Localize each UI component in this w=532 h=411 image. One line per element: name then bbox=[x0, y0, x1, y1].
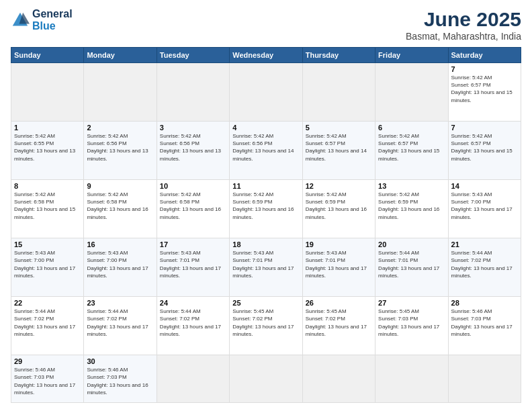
day-21: 21 Sunrise: 5:44 AMSunset: 7:02 PMDaylig… bbox=[448, 238, 521, 297]
header: General Blue June 2025 Basmat, Maharasht… bbox=[11, 8, 521, 42]
empty-cell bbox=[157, 63, 229, 122]
empty-cell bbox=[11, 63, 84, 122]
empty-cell bbox=[448, 355, 521, 403]
month-title: June 2025 bbox=[406, 8, 521, 31]
day-8: 8 Sunrise: 5:42 AMSunset: 6:58 PMDayligh… bbox=[11, 180, 84, 238]
day-24: 24 Sunrise: 5:44 AMSunset: 7:02 PMDaylig… bbox=[157, 297, 229, 355]
col-tuesday: Tuesday bbox=[157, 48, 229, 63]
empty-cell bbox=[302, 63, 375, 122]
day-14: 14 Sunrise: 5:43 AMSunset: 7:00 PMDaylig… bbox=[448, 180, 521, 238]
day-18: 18 Sunrise: 5:43 AMSunset: 7:01 PMDaylig… bbox=[230, 238, 302, 297]
day-27: 27 Sunrise: 5:45 AMSunset: 7:03 PMDaylig… bbox=[375, 297, 448, 355]
day-23: 23 Sunrise: 5:44 AMSunset: 7:02 PMDaylig… bbox=[84, 297, 157, 355]
col-thursday: Thursday bbox=[302, 48, 375, 63]
day-29: 29 Sunrise: 5:46 AMSunset: 7:03 PMDaylig… bbox=[11, 355, 84, 403]
day-19: 19 Sunrise: 5:43 AMSunset: 7:01 PMDaylig… bbox=[302, 238, 375, 297]
week-row-4: 22 Sunrise: 5:44 AMSunset: 7:02 PMDaylig… bbox=[11, 297, 521, 355]
logo: General Blue bbox=[11, 8, 73, 33]
empty-cell bbox=[302, 355, 375, 403]
day-30: 30 Sunrise: 5:46 AMSunset: 7:03 PMDaylig… bbox=[84, 355, 157, 403]
day-7: 7 Sunrise: 5:42 AMSunset: 6:57 PMDayligh… bbox=[448, 63, 521, 122]
day-3: 3 Sunrise: 5:42 AMSunset: 6:56 PMDayligh… bbox=[157, 122, 229, 180]
day-4: 4 Sunrise: 5:42 AMSunset: 6:56 PMDayligh… bbox=[230, 122, 302, 180]
logo-icon bbox=[11, 11, 30, 30]
day-11: 11 Sunrise: 5:42 AMSunset: 6:59 PMDaylig… bbox=[230, 180, 302, 238]
empty-cell bbox=[84, 63, 157, 122]
day-25: 25 Sunrise: 5:45 AMSunset: 7:02 PMDaylig… bbox=[230, 297, 302, 355]
day-26: 26 Sunrise: 5:45 AMSunset: 7:02 PMDaylig… bbox=[302, 297, 375, 355]
title-block: June 2025 Basmat, Maharashtra, India bbox=[406, 8, 521, 42]
week-row-2: 8 Sunrise: 5:42 AMSunset: 6:58 PMDayligh… bbox=[11, 180, 521, 238]
col-wednesday: Wednesday bbox=[230, 48, 302, 63]
page: General Blue June 2025 Basmat, Maharasht… bbox=[0, 0, 532, 411]
day-7b: 7 Sunrise: 5:42 AMSunset: 6:57 PMDayligh… bbox=[448, 122, 521, 180]
day-1: 1 Sunrise: 5:42 AMSunset: 6:55 PMDayligh… bbox=[11, 122, 84, 180]
day-5: 5 Sunrise: 5:42 AMSunset: 6:57 PMDayligh… bbox=[302, 122, 375, 180]
day-17: 17 Sunrise: 5:43 AMSunset: 7:01 PMDaylig… bbox=[157, 238, 229, 297]
empty-cell bbox=[230, 355, 302, 403]
empty-cell bbox=[375, 63, 448, 122]
col-saturday: Saturday bbox=[448, 48, 521, 63]
calendar-header-row: Sunday Monday Tuesday Wednesday Thursday… bbox=[11, 48, 521, 63]
day-10: 10 Sunrise: 5:42 AMSunset: 6:58 PMDaylig… bbox=[157, 180, 229, 238]
day-2: 2 Sunrise: 5:42 AMSunset: 6:56 PMDayligh… bbox=[84, 122, 157, 180]
day-13: 13 Sunrise: 5:42 AMSunset: 6:59 PMDaylig… bbox=[375, 180, 448, 238]
empty-cell bbox=[157, 355, 229, 403]
day-16: 16 Sunrise: 5:43 AMSunset: 7:00 PMDaylig… bbox=[84, 238, 157, 297]
col-sunday: Sunday bbox=[11, 48, 84, 63]
week-row-1: 7 Sunrise: 5:42 AMSunset: 6:57 PMDayligh… bbox=[11, 63, 521, 122]
col-friday: Friday bbox=[375, 48, 448, 63]
logo-text: General Blue bbox=[32, 8, 73, 33]
day-9: 9 Sunrise: 5:42 AMSunset: 6:58 PMDayligh… bbox=[84, 180, 157, 238]
week-row-3: 15 Sunrise: 5:43 AMSunset: 7:00 PMDaylig… bbox=[11, 238, 521, 297]
day-22: 22 Sunrise: 5:44 AMSunset: 7:02 PMDaylig… bbox=[11, 297, 84, 355]
day-15: 15 Sunrise: 5:43 AMSunset: 7:00 PMDaylig… bbox=[11, 238, 84, 297]
day-12: 12 Sunrise: 5:42 AMSunset: 6:59 PMDaylig… bbox=[302, 180, 375, 238]
empty-cell bbox=[230, 63, 302, 122]
week-row-5: 29 Sunrise: 5:46 AMSunset: 7:03 PMDaylig… bbox=[11, 355, 521, 403]
day-6: 6 Sunrise: 5:42 AMSunset: 6:57 PMDayligh… bbox=[375, 122, 448, 180]
empty-cell bbox=[375, 355, 448, 403]
day-20: 20 Sunrise: 5:44 AMSunset: 7:01 PMDaylig… bbox=[375, 238, 448, 297]
calendar-table: Sunday Monday Tuesday Wednesday Thursday… bbox=[11, 47, 521, 403]
day-28: 28 Sunrise: 5:46 AMSunset: 7:03 PMDaylig… bbox=[448, 297, 521, 355]
week-row-1b: 1 Sunrise: 5:42 AMSunset: 6:55 PMDayligh… bbox=[11, 122, 521, 180]
location: Basmat, Maharashtra, India bbox=[406, 31, 521, 42]
col-monday: Monday bbox=[84, 48, 157, 63]
